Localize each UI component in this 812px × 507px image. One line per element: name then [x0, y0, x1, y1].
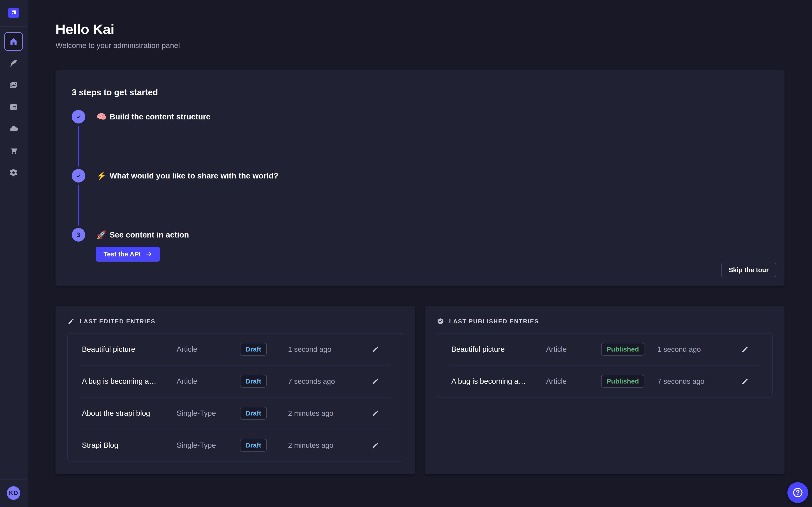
sidebar-item-content-type-builder[interactable] — [4, 98, 23, 116]
skip-tour-button[interactable]: Skip the tour — [721, 263, 776, 277]
check-icon — [75, 172, 82, 180]
step-label: 🧠 Build the content structure — [97, 112, 210, 121]
edit-entry-button[interactable] — [740, 376, 750, 386]
edit-entry-button[interactable] — [370, 408, 381, 418]
entry-type: Article — [176, 377, 233, 386]
edit-entry-button[interactable] — [370, 440, 381, 450]
user-avatar[interactable]: KD — [7, 486, 20, 500]
pencil-icon — [741, 378, 749, 385]
entry-type: Article — [546, 377, 603, 386]
table-row[interactable]: A bug is becoming a… Article Draft 7 sec… — [68, 365, 403, 397]
last-published-widget: LAST PUBLISHED ENTRIES Beautiful picture… — [425, 306, 784, 474]
widget-header: LAST PUBLISHED ENTRIES — [437, 318, 772, 325]
test-api-button[interactable]: Test the API — [96, 247, 160, 262]
entry-title[interactable]: Strapi Blog — [82, 441, 176, 450]
entry-title[interactable]: About the strapi blog — [82, 409, 176, 417]
question-circle-icon — [792, 487, 804, 498]
pencil-icon — [741, 345, 749, 353]
page-subtitle: Welcome to your administration panel — [55, 41, 784, 50]
page-header: Hello Kai Welcome to your administration… — [55, 0, 784, 50]
step-emoji: 🧠 — [97, 112, 106, 121]
sidebar-item-cloud[interactable] — [4, 119, 23, 138]
onboarding-card: 3 steps to get started 🧠 Build the conte… — [55, 70, 784, 286]
pencil-icon — [372, 345, 379, 353]
edit-entry-button[interactable] — [740, 344, 750, 354]
status-badge: Draft — [240, 407, 267, 419]
arrow-right-icon — [146, 251, 152, 258]
cart-icon — [9, 146, 18, 155]
sidebar-item-marketplace[interactable] — [4, 141, 23, 160]
table-row[interactable]: Beautiful picture Article Draft 1 second… — [68, 334, 403, 365]
entry-title[interactable]: A bug is becoming a… — [451, 377, 546, 386]
check-circle-icon — [437, 318, 444, 325]
strapi-logo — [8, 8, 19, 18]
home-icon — [9, 37, 18, 46]
page-title: Hello Kai — [55, 21, 784, 37]
pencil-icon — [372, 441, 379, 449]
sidebar: KD — [0, 0, 28, 507]
onboarding-step-1: 🧠 Build the content structure — [72, 110, 776, 123]
entry-title[interactable]: Beautiful picture — [451, 345, 546, 353]
status-badge: Draft — [240, 439, 267, 452]
status-badge: Published — [601, 375, 644, 388]
entry-title[interactable]: A bug is becoming a… — [82, 377, 176, 386]
entry-time: 2 minutes ago — [273, 409, 371, 417]
edit-entry-button[interactable] — [370, 344, 381, 354]
media-library-icon — [9, 81, 18, 90]
table-row[interactable]: About the strapi blog Single-Type Draft … — [68, 397, 403, 429]
main-content: Hello Kai Welcome to your administration… — [28, 0, 812, 474]
step-label: 🚀 See content in action — [97, 230, 189, 239]
step-done-circle — [72, 169, 85, 182]
table-row[interactable]: Beautiful picture Article Published 1 se… — [437, 334, 772, 365]
entries-table: Beautiful picture Article Draft 1 second… — [67, 333, 403, 461]
divider — [0, 479, 27, 480]
entry-type: Article — [176, 345, 233, 353]
step-emoji: 🚀 — [97, 230, 106, 239]
step-connector — [78, 185, 79, 226]
sidebar-item-settings[interactable] — [4, 163, 23, 182]
sidebar-item-media-library[interactable] — [4, 76, 23, 95]
entry-type: Single-Type — [176, 409, 233, 417]
entry-title[interactable]: Beautiful picture — [82, 345, 176, 353]
sidebar-item-home[interactable] — [4, 32, 23, 51]
edit-entry-button[interactable] — [370, 376, 381, 386]
entries-table: Beautiful picture Article Published 1 se… — [437, 333, 772, 397]
table-row[interactable]: A bug is becoming a… Article Published 7… — [437, 365, 772, 397]
step-emoji: ⚡ — [97, 171, 106, 180]
last-edited-widget: LAST EDITED ENTRIES Beautiful picture Ar… — [55, 306, 415, 474]
gear-icon — [9, 168, 18, 177]
sidebar-item-content-manager[interactable] — [4, 54, 23, 73]
widgets-row: LAST EDITED ENTRIES Beautiful picture Ar… — [55, 306, 784, 474]
check-icon — [75, 113, 82, 121]
onboarding-step-3: 3 🚀 See content in action — [72, 228, 776, 241]
pencil-icon — [372, 409, 379, 417]
entry-time: 7 seconds ago — [643, 377, 741, 386]
step-done-circle — [72, 110, 85, 123]
widget-header: LAST EDITED ENTRIES — [67, 318, 403, 325]
onboarding-title: 3 steps to get started — [72, 88, 776, 97]
entry-type: Single-Type — [176, 441, 233, 450]
layout-icon — [9, 103, 18, 112]
pencil-icon — [67, 318, 75, 325]
widget-title: LAST EDITED ENTRIES — [80, 318, 155, 325]
entry-time: 2 minutes ago — [273, 441, 371, 450]
table-row[interactable]: Strapi Blog Single-Type Draft 2 minutes … — [68, 430, 403, 461]
strapi-logo-icon — [9, 8, 18, 18]
divider — [0, 26, 27, 26]
help-button[interactable] — [788, 482, 808, 503]
cloud-icon — [9, 124, 18, 133]
step-connector — [78, 126, 79, 167]
status-badge: Draft — [240, 375, 267, 388]
onboarding-step-2: ⚡ What would you like to share with the … — [72, 169, 776, 182]
step-label: ⚡ What would you like to share with the … — [97, 171, 278, 180]
entry-time: 1 second ago — [273, 345, 371, 353]
feather-pen-icon — [9, 59, 18, 68]
status-badge: Draft — [240, 343, 267, 355]
pencil-icon — [372, 378, 379, 385]
widget-title: LAST PUBLISHED ENTRIES — [449, 318, 539, 325]
step-number-circle: 3 — [72, 228, 85, 241]
sidebar-nav — [4, 32, 23, 182]
status-badge: Published — [601, 343, 644, 355]
entry-time: 1 second ago — [643, 345, 741, 353]
entry-time: 7 seconds ago — [273, 377, 371, 386]
